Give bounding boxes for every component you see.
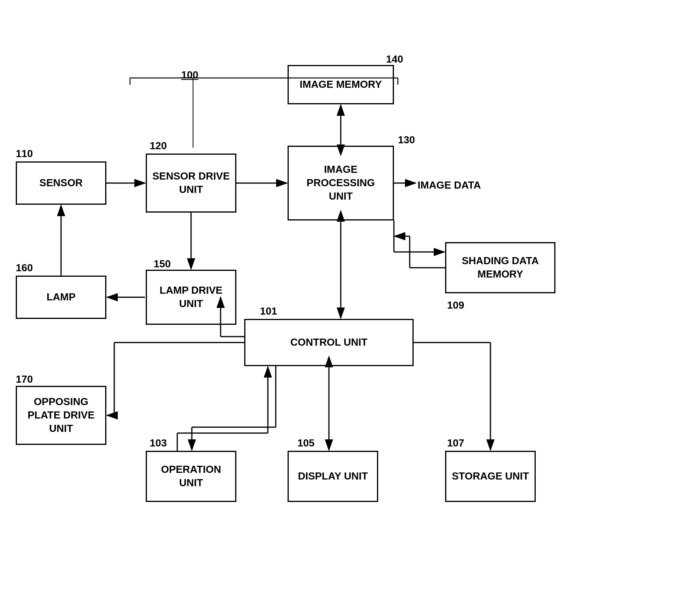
sensor-drive-block: SENSOR DRIVE UNIT — [146, 154, 236, 213]
ref-150-label: 150 — [154, 258, 171, 270]
ref-160-label: 160 — [16, 262, 33, 274]
image-processing-block: IMAGE PROCESSING UNIT — [288, 146, 394, 220]
ref-130-label: 130 — [398, 134, 415, 146]
lamp-drive-block: LAMP DRIVE UNIT — [146, 270, 236, 325]
ref-107-label: 107 — [447, 437, 464, 449]
image-memory-block: IMAGE MEMORY — [288, 65, 394, 104]
opposing-plate-block: OPPOSING PLATE DRIVE UNIT — [16, 386, 106, 445]
sensor-block: SENSOR — [16, 161, 106, 205]
ref-170-label: 170 — [16, 373, 33, 385]
ref-140-label: 140 — [386, 53, 403, 65]
ref-109-label: 109 — [447, 299, 464, 311]
ref-110-label: 110 — [16, 148, 33, 160]
control-unit-block: CONTROL UNIT — [244, 319, 414, 366]
ref-105-label: 105 — [297, 437, 314, 449]
ref-101-label: 101 — [260, 305, 277, 317]
image-data-label: IMAGE DATA — [418, 179, 481, 191]
ref-120-label: 120 — [150, 140, 167, 152]
lamp-block: LAMP — [16, 276, 106, 319]
ref-100-label: 100 — [181, 69, 198, 81]
storage-unit-block: STORAGE UNIT — [445, 451, 536, 502]
ref-103-label: 103 — [150, 437, 167, 449]
shading-data-block: SHADING DATA MEMORY — [445, 242, 555, 293]
operation-unit-block: OPERATION UNIT — [146, 451, 236, 502]
display-unit-block: DISPLAY UNIT — [288, 451, 378, 502]
